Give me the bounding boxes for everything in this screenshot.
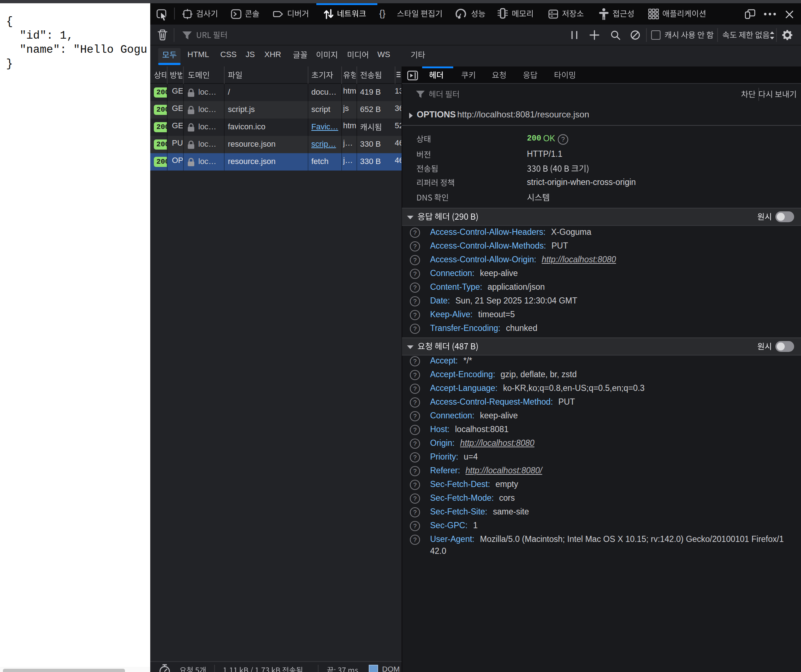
svg-text:?: ? bbox=[413, 468, 417, 475]
svg-text:?: ? bbox=[413, 229, 417, 236]
svg-text:?: ? bbox=[413, 284, 417, 291]
svg-text:?: ? bbox=[413, 243, 417, 250]
svg-text:?: ? bbox=[413, 257, 417, 264]
svg-text:?: ? bbox=[413, 495, 417, 502]
svg-text:?: ? bbox=[413, 271, 417, 277]
svg-text:?: ? bbox=[413, 358, 417, 365]
svg-text:?: ? bbox=[413, 385, 417, 392]
svg-text:?: ? bbox=[561, 136, 565, 143]
svg-text:?: ? bbox=[413, 509, 417, 516]
svg-text:?: ? bbox=[413, 298, 417, 305]
svg-text:?: ? bbox=[413, 523, 417, 530]
svg-text:?: ? bbox=[413, 427, 417, 433]
svg-text:?: ? bbox=[413, 413, 417, 420]
svg-text:?: ? bbox=[413, 372, 417, 379]
svg-text:?: ? bbox=[413, 440, 417, 447]
svg-text:?: ? bbox=[413, 312, 417, 319]
svg-text:?: ? bbox=[413, 482, 417, 488]
svg-text:?: ? bbox=[413, 399, 417, 406]
svg-text:?: ? bbox=[413, 326, 417, 332]
svg-text:?: ? bbox=[413, 537, 417, 543]
svg-text:?: ? bbox=[413, 454, 417, 461]
